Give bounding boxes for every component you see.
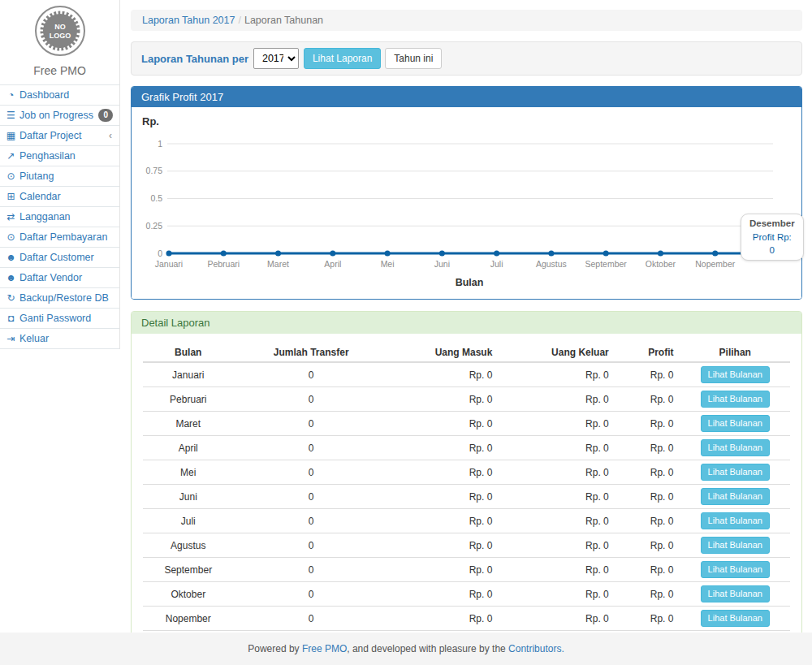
lihat-bulanan-button[interactable]: Lihat Bulanan — [701, 537, 770, 554]
lihat-bulanan-button[interactable]: Lihat Bulanan — [701, 391, 770, 408]
detail-panel-title: Detail Laporan — [132, 312, 801, 334]
table-row: Juli0Rp. 0Rp. 0Rp. 0Lihat Bulanan — [143, 509, 790, 533]
x-tick-label: Juni — [434, 259, 450, 269]
lihat-bulanan-button[interactable]: Lihat Bulanan — [701, 561, 770, 578]
x-tick-label: Januari — [155, 259, 183, 269]
lihat-bulanan-button[interactable]: Lihat Bulanan — [701, 488, 770, 505]
sidebar-item-backup-restore-db[interactable]: ↻Backup/Restore DB — [0, 288, 119, 309]
retweet-icon: ⇄ — [5, 210, 17, 223]
no-logo-badge: NO LOGO — [34, 5, 86, 57]
sidebar-item-daftar-vendor[interactable]: ☻Daftar Vendor — [0, 268, 119, 288]
table-row: September0Rp. 0Rp. 0Rp. 0Lihat Bulanan — [143, 558, 790, 582]
report-table: Bulan Jumlah Transfer Uang Masuk Uang Ke… — [143, 343, 790, 665]
sidebar-item-label: Daftar Project — [19, 130, 81, 141]
table-row: Agustus0Rp. 0Rp. 0Rp. 0Lihat Bulanan — [143, 533, 790, 558]
report-filter-bar: Laporan Tahunan per 2017 Lihat Laporan T… — [131, 41, 802, 76]
sidebar: NO LOGO Free PMO ◔Dashboard☰Job on Progr… — [0, 0, 120, 349]
x-tick-label: April — [324, 259, 341, 269]
sidebar-item-calendar[interactable]: ⊞Calendar — [0, 187, 119, 207]
lihat-bulanan-button[interactable]: Lihat Bulanan — [701, 415, 770, 432]
tooltip-month: Desember — [749, 217, 795, 231]
svg-text:LOGO: LOGO — [49, 32, 71, 40]
line-chart: Rp.00.250.50.751JanuariPebruariMaretApri… — [132, 107, 802, 299]
chart-panel-title: Grafik Profit 2017 — [132, 87, 801, 107]
profit-chart-panel: Grafik Profit 2017 Rp.00.250.50.751Janua… — [131, 86, 802, 300]
y-axis-title: Rp. — [142, 115, 159, 127]
sidebar-item-label: Keluar — [19, 333, 49, 344]
table-row: Juni0Rp. 0Rp. 0Rp. 0Lihat Bulanan — [143, 485, 790, 509]
table-row: Januari0Rp. 0Rp. 0Rp. 0Lihat Bulanan — [143, 362, 790, 387]
sidebar-item-ganti-password[interactable]: ◘Ganti Password — [0, 309, 119, 329]
sidebar-item-label: Calendar — [19, 191, 61, 202]
chart-line-icon: ↗ — [5, 149, 17, 162]
contributors-link[interactable]: Contributors. — [508, 643, 564, 654]
sidebar-item-label: Ganti Password — [19, 313, 91, 324]
users-icon: ☻ — [5, 271, 17, 284]
sidebar-item-job-on-progress[interactable]: ☰Job on Progress0 — [0, 106, 119, 126]
y-tick-label: 0.5 — [150, 193, 162, 203]
col-pilihan: Pilihan — [680, 343, 790, 362]
sidebar-item-label: Backup/Restore DB — [19, 292, 109, 304]
y-tick-label: 0 — [158, 248, 162, 258]
x-tick-label: Mei — [381, 259, 395, 269]
tahun-ini-button[interactable]: Tahun ini — [385, 48, 442, 69]
tasks-icon: ☰ — [5, 109, 17, 122]
sidebar-item-keluar[interactable]: ⇥Keluar — [0, 329, 119, 349]
sidebar-item-label: Langganan — [19, 211, 71, 222]
col-uang-masuk: Uang Masuk — [389, 343, 499, 362]
sidebar-item-langganan[interactable]: ⇄Langganan — [0, 207, 119, 227]
money-icon: ⊙ — [5, 231, 17, 244]
data-point — [385, 251, 391, 257]
profit-chart: Rp.00.250.50.751JanuariPebruariMaretApri… — [132, 107, 801, 299]
sidebar-item-daftar-customer[interactable]: ☻Daftar Customer — [0, 248, 119, 268]
lihat-bulanan-button[interactable]: Lihat Bulanan — [701, 585, 770, 602]
breadcrumb-separator: / — [235, 15, 244, 26]
refresh-icon: ↻ — [5, 291, 17, 304]
x-tick-label: September — [585, 259, 627, 269]
sidebar-item-label: Daftar Vendor — [19, 272, 82, 283]
sidebar-menu: ◔Dashboard☰Job on Progress0▦Daftar Proje… — [0, 84, 119, 349]
detail-laporan-panel: Detail Laporan Bulan Jumlah Transfer Uan… — [131, 311, 802, 665]
sidebar-item-label: Dashboard — [19, 89, 69, 101]
lihat-bulanan-button[interactable]: Lihat Bulanan — [701, 512, 770, 529]
lock-icon: ◘ — [5, 312, 17, 325]
sidebar-item-penghasilan[interactable]: ↗Penghasilan — [0, 146, 119, 166]
data-point — [494, 251, 499, 257]
data-point — [275, 251, 281, 257]
x-axis-title: Bulan — [456, 277, 484, 288]
lihat-bulanan-button[interactable]: Lihat Bulanan — [701, 464, 770, 481]
y-tick-label: 1 — [158, 139, 162, 149]
year-select[interactable]: 2017 — [253, 48, 299, 69]
x-tick-label: Nopember — [695, 259, 736, 269]
count-badge: 0 — [98, 109, 113, 122]
filter-label: Laporan Tahunan per — [141, 53, 248, 65]
table-row: Maret0Rp. 0Rp. 0Rp. 0Lihat Bulanan — [143, 412, 790, 436]
x-tick-label: Agustus — [536, 259, 567, 269]
lihat-bulanan-button[interactable]: Lihat Bulanan — [701, 439, 770, 456]
dashboard-icon: ◔ — [5, 89, 17, 101]
data-point — [548, 251, 554, 257]
sidebar-item-daftar-pembayaran[interactable]: ⊙Daftar Pembayaran — [0, 227, 119, 248]
sidebar-item-dashboard[interactable]: ◔Dashboard — [0, 85, 119, 106]
col-uang-keluar: Uang Keluar — [499, 343, 615, 362]
table-row: Pebruari0Rp. 0Rp. 0Rp. 0Lihat Bulanan — [143, 387, 790, 412]
col-bulan: Bulan — [143, 343, 234, 362]
data-point — [330, 251, 335, 257]
breadcrumb-link[interactable]: Laporan Tahun 2017 — [142, 15, 235, 26]
logo: NO LOGO — [0, 0, 119, 59]
main-content: Laporan Tahun 2017/Laporan Tahunan Lapor… — [121, 0, 812, 665]
free-pmo-link[interactable]: Free PMO — [302, 643, 347, 654]
calendar-icon: ⊞ — [5, 190, 17, 203]
sidebar-item-label: Job on Progress — [19, 110, 93, 121]
lihat-bulanan-button[interactable]: Lihat Bulanan — [701, 610, 770, 627]
footer-text-middle: , and developed with pleasure by the — [347, 643, 508, 654]
table-icon: ▦ — [5, 129, 17, 142]
x-tick-label: Pebruari — [207, 259, 240, 269]
data-point — [712, 251, 718, 257]
sidebar-item-piutang[interactable]: ⊙Piutang — [0, 166, 119, 187]
money-icon: ⊙ — [5, 170, 17, 183]
sidebar-item-daftar-project[interactable]: ▦Daftar Project‹ — [0, 126, 119, 146]
lihat-laporan-button[interactable]: Lihat Laporan — [304, 48, 381, 69]
lihat-bulanan-button[interactable]: Lihat Bulanan — [701, 366, 770, 383]
page-footer: Powered by Free PMO, and developed with … — [0, 633, 812, 665]
